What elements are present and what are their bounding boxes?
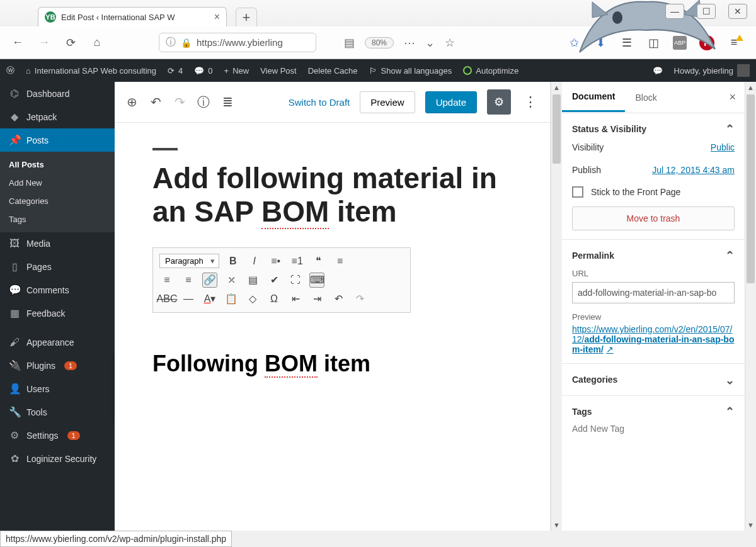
submenu-tags[interactable]: Tags (0, 210, 115, 228)
permalink-preview[interactable]: https://www.ybierling.com/v2/en/2015/07/… (572, 324, 735, 354)
switch-draft-link[interactable]: Switch to Draft (289, 97, 350, 108)
add-block-icon[interactable]: ⊕ (125, 95, 139, 109)
info-icon[interactable]: ⓘ (197, 95, 210, 109)
post-title[interactable]: Add following material in an SAP BOM ite… (152, 162, 512, 228)
link-icon[interactable]: 🔗 (202, 273, 217, 288)
reader-mode-icon[interactable]: ▤ (344, 36, 355, 50)
align-left2-icon[interactable]: ≡ (159, 273, 175, 288)
outdent-icon[interactable]: ⇤ (288, 291, 303, 307)
forward-button[interactable]: → (35, 34, 53, 52)
move-to-trash-button[interactable]: Move to trash (572, 206, 735, 230)
scroll-down-icon[interactable]: ▼ (745, 519, 756, 531)
abp-icon[interactable]: ABP (673, 36, 687, 50)
sidebar-item-feedback[interactable]: ▦Feedback (0, 302, 115, 325)
menu-button[interactable]: ≡ (727, 36, 741, 50)
add-tag-input[interactable] (572, 419, 735, 439)
sidebar-item-comments[interactable]: 💬Comments (0, 278, 115, 302)
scroll-thumb[interactable] (747, 94, 755, 283)
home-button[interactable]: ⌂ (88, 34, 106, 52)
sidebar-item-plugins[interactable]: 🔌Plugins1 Installed Plugins Add New Edit… (0, 354, 115, 377)
tab-document[interactable]: Document (562, 82, 625, 112)
align-right-icon[interactable]: ≡ (181, 273, 196, 288)
block-type-select[interactable]: Paragraph (159, 254, 219, 268)
italic-icon[interactable]: I (247, 254, 262, 269)
close-window-button[interactable]: ✕ (728, 4, 747, 19)
scroll-thumb[interactable] (553, 94, 561, 164)
ol-icon[interactable]: ≡1 (290, 254, 305, 269)
comment-notif-icon[interactable]: 💬 (653, 66, 663, 76)
sidebar-item-dashboard[interactable]: ⌬Dashboard (0, 82, 115, 105)
sidebar-item-appearance[interactable]: 🖌Appearance (0, 331, 115, 354)
clear-format-icon[interactable]: ◇ (245, 291, 260, 307)
pocket-icon[interactable]: ⌄ (425, 36, 435, 50)
new-tab-button[interactable]: + (236, 8, 257, 26)
slug-input[interactable] (572, 282, 735, 303)
close-panel-icon[interactable]: × (720, 82, 745, 113)
view-post-link[interactable]: View Post (260, 66, 297, 76)
bold-icon[interactable]: B (226, 254, 241, 269)
autoptimize-link[interactable]: Autoptimize (463, 66, 518, 76)
align-left-icon[interactable]: ≡ (333, 254, 348, 269)
downloads-icon[interactable]: ⬇ (593, 36, 607, 50)
new-link[interactable]: + New (224, 66, 249, 76)
back-button[interactable]: ← (9, 34, 26, 52)
info-icon[interactable]: ⓘ (166, 36, 176, 49)
minimize-button[interactable]: — (665, 4, 684, 19)
stick-checkbox-row[interactable]: Stick to the Front Page (572, 181, 735, 203)
publish-date[interactable]: Jul 12, 2015 4:43 am (652, 165, 735, 175)
comments-link[interactable]: 💬 0 (194, 66, 212, 76)
outline-icon[interactable]: ≣ (220, 95, 234, 109)
address-bar[interactable]: ⓘ 🔒 https://www.ybierling (159, 33, 316, 52)
panel-scrollbar[interactable]: ▲ ▼ (745, 82, 756, 531)
browser-tab[interactable]: YB Edit Post ‹ International SAP W × (38, 7, 227, 26)
scroll-up-icon[interactable]: ▲ (745, 82, 756, 93)
sidebar-item-tools[interactable]: 🔧Tools (0, 400, 115, 424)
reload-button[interactable]: ⟳ (62, 34, 79, 52)
spellcheck-icon[interactable]: ✔ (266, 273, 282, 288)
tab-block[interactable]: Block (625, 84, 667, 111)
bookmark-star-icon[interactable]: ☆ (445, 36, 455, 50)
pinterest-icon[interactable]: P (699, 35, 714, 50)
bookmarks-star-icon[interactable]: ✩ (567, 36, 581, 50)
fullscreen-icon[interactable]: ⛶ (288, 273, 303, 288)
languages-link[interactable]: 🏳 Show all languages (369, 66, 452, 76)
settings-gear-button[interactable]: ⚙ (487, 89, 511, 115)
undo-icon[interactable]: ↶ (149, 95, 163, 109)
unlink-icon[interactable]: ⤫ (224, 273, 239, 288)
editor-body[interactable]: Add following material in an SAP BOM ite… (115, 123, 550, 531)
update-button[interactable]: Update (425, 91, 477, 113)
scroll-down-icon[interactable]: ▼ (551, 519, 562, 531)
wp-logo-icon[interactable]: ⓦ (6, 65, 14, 76)
visibility-value[interactable]: Public (711, 142, 735, 152)
howdy-link[interactable]: Howdy, ybierling (674, 64, 750, 77)
zoom-level[interactable]: 80% (365, 37, 394, 48)
redo-icon[interactable]: ↷ (173, 95, 186, 109)
sidebar-item-pages[interactable]: ▯Pages (0, 255, 115, 278)
redo2-icon[interactable]: ↷ (352, 291, 367, 307)
textcolor-icon[interactable]: A ▾ (202, 291, 217, 307)
submenu-add-new[interactable]: Add New (0, 174, 115, 192)
sidebar-item-jetpack[interactable]: ◆Jetpack (0, 105, 115, 128)
library-icon[interactable]: ☰ (620, 36, 634, 50)
submenu-categories[interactable]: Categories (0, 192, 115, 210)
kebab-menu-icon[interactable]: ⋮ (521, 94, 540, 110)
sidebar-item-loginizer[interactable]: ✿Loginizer Security (0, 447, 115, 470)
strike-icon[interactable]: ABC (159, 291, 175, 307)
close-tab-icon[interactable]: × (214, 11, 220, 23)
insert-more-icon[interactable]: ▤ (245, 273, 260, 288)
checkbox-icon[interactable] (572, 186, 583, 198)
paste-text-icon[interactable]: 📋 (224, 291, 239, 307)
more-icon[interactable]: ⋯ (404, 36, 415, 50)
special-char-icon[interactable]: Ω (266, 291, 282, 307)
keyboard-icon[interactable]: ⌨ (309, 273, 324, 288)
sidebar-item-media[interactable]: 🖾Media (0, 232, 115, 255)
sidebar-item-settings[interactable]: ⚙Settings1 (0, 424, 115, 447)
editor-scrollbar[interactable]: ▲ ▼ (551, 82, 562, 531)
delete-cache-link[interactable]: Delete Cache (308, 66, 358, 76)
preview-button[interactable]: Preview (360, 91, 415, 113)
status-head[interactable]: Status & Visibility⌃ (572, 122, 735, 136)
categories-head[interactable]: Categories⌃ (572, 373, 735, 386)
permalink-head[interactable]: Permalink⌃ (572, 249, 735, 262)
undo2-icon[interactable]: ↶ (331, 291, 346, 307)
heading-block[interactable]: Following BOM item (152, 351, 512, 377)
